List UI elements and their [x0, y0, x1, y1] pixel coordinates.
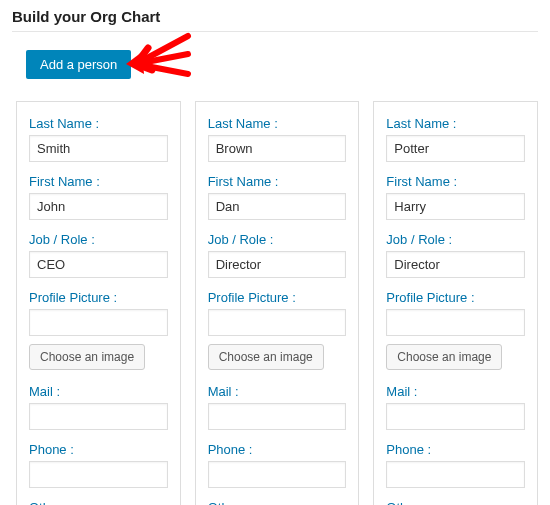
- profile-picture-label: Profile Picture :: [386, 290, 525, 305]
- add-person-button[interactable]: Add a person: [26, 50, 131, 79]
- last-name-label: Last Name :: [386, 116, 525, 131]
- job-role-input[interactable]: [208, 251, 347, 278]
- mail-label: Mail :: [208, 384, 347, 399]
- other-label: Other :: [386, 500, 525, 505]
- profile-picture-label: Profile Picture :: [29, 290, 168, 305]
- other-label: Other :: [29, 500, 168, 505]
- profile-picture-label: Profile Picture :: [208, 290, 347, 305]
- person-cards-container: Last Name : First Name : Job / Role : Pr…: [12, 101, 538, 505]
- last-name-input[interactable]: [208, 135, 347, 162]
- page-title: Build your Org Chart: [12, 8, 538, 25]
- other-label: Other :: [208, 500, 347, 505]
- first-name-input[interactable]: [29, 193, 168, 220]
- last-name-input[interactable]: [29, 135, 168, 162]
- first-name-input[interactable]: [208, 193, 347, 220]
- person-card: Last Name : First Name : Job / Role : Pr…: [16, 101, 181, 505]
- choose-image-button[interactable]: Choose an image: [29, 344, 145, 370]
- last-name-input[interactable]: [386, 135, 525, 162]
- phone-input[interactable]: [29, 461, 168, 488]
- job-role-input[interactable]: [29, 251, 168, 278]
- first-name-label: First Name :: [29, 174, 168, 189]
- mail-input[interactable]: [29, 403, 168, 430]
- phone-label: Phone :: [208, 442, 347, 457]
- job-role-label: Job / Role :: [208, 232, 347, 247]
- last-name-label: Last Name :: [29, 116, 168, 131]
- divider: [12, 31, 538, 32]
- last-name-label: Last Name :: [208, 116, 347, 131]
- mail-label: Mail :: [29, 384, 168, 399]
- profile-picture-input[interactable]: [208, 309, 347, 336]
- job-role-label: Job / Role :: [29, 232, 168, 247]
- job-role-input[interactable]: [386, 251, 525, 278]
- phone-label: Phone :: [29, 442, 168, 457]
- phone-input[interactable]: [386, 461, 525, 488]
- phone-label: Phone :: [386, 442, 525, 457]
- profile-picture-input[interactable]: [386, 309, 525, 336]
- first-name-label: First Name :: [386, 174, 525, 189]
- choose-image-button[interactable]: Choose an image: [386, 344, 502, 370]
- choose-image-button[interactable]: Choose an image: [208, 344, 324, 370]
- mail-input[interactable]: [208, 403, 347, 430]
- mail-input[interactable]: [386, 403, 525, 430]
- person-card: Last Name : First Name : Job / Role : Pr…: [373, 101, 538, 505]
- job-role-label: Job / Role :: [386, 232, 525, 247]
- profile-picture-input[interactable]: [29, 309, 168, 336]
- person-card: Last Name : First Name : Job / Role : Pr…: [195, 101, 360, 505]
- mail-label: Mail :: [386, 384, 525, 399]
- first-name-label: First Name :: [208, 174, 347, 189]
- phone-input[interactable]: [208, 461, 347, 488]
- first-name-input[interactable]: [386, 193, 525, 220]
